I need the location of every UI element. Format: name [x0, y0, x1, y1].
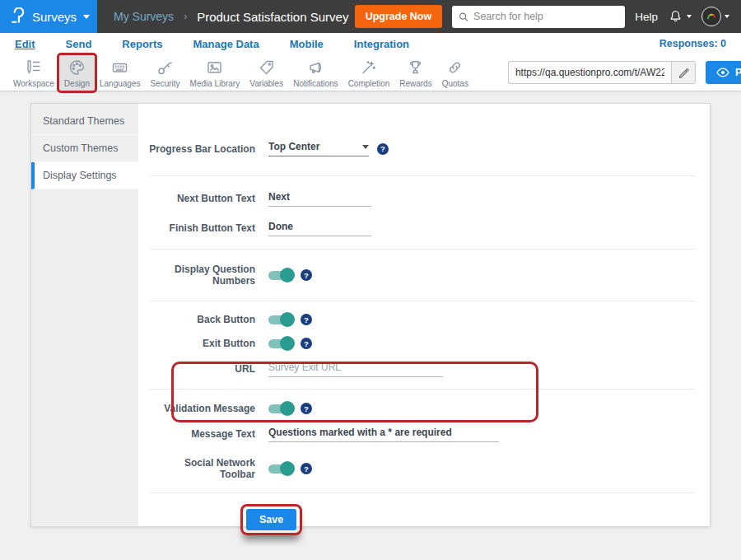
notifications-bell-button[interactable]	[668, 9, 692, 25]
next-button-text-label: Next Button Text	[147, 193, 268, 204]
toolbar-variables[interactable]: Variables	[245, 55, 288, 91]
save-button[interactable]: Save	[246, 509, 296, 530]
help-icon[interactable]	[301, 463, 312, 474]
nav-mobile[interactable]: Mobile	[290, 38, 324, 50]
message-text-label: Message Text	[147, 428, 268, 440]
finish-button-text-row: Finish Button Text	[147, 219, 698, 236]
help-icon[interactable]	[301, 314, 312, 325]
preview-button[interactable]: Preview	[706, 61, 741, 84]
eye-icon	[716, 68, 729, 77]
security-key-icon	[155, 58, 175, 77]
display-question-numbers-label: Display Question Numbers	[147, 264, 268, 287]
chevron-down-icon	[725, 15, 729, 18]
breadcrumb: My Surveys › Product Satisfaction Survey	[114, 10, 348, 24]
account-menu[interactable]	[701, 7, 729, 26]
media-library-icon	[204, 58, 225, 77]
design-palette-icon	[67, 58, 87, 77]
upgrade-now-button[interactable]: Upgrade Now	[355, 5, 443, 28]
workspace-icon	[23, 58, 44, 77]
divider	[150, 389, 695, 390]
page-body: Standard Themes Custom Themes Display Se…	[0, 91, 741, 527]
progress-bar-location-select[interactable]: Top Center	[268, 141, 369, 156]
themes-sidebar: Standard Themes Custom Themes Display Se…	[31, 104, 138, 526]
exit-url-input[interactable]	[268, 360, 443, 377]
exit-button-label: Exit Button	[147, 338, 268, 349]
finish-button-text-input[interactable]	[268, 219, 371, 236]
back-button-row: Back Button	[147, 314, 698, 325]
finish-button-text-label: Finish Button Text	[147, 222, 268, 234]
next-button-text-input[interactable]	[268, 189, 371, 207]
social-network-toolbar-toggle[interactable]	[268, 464, 292, 474]
design-toolbar: Workspace Design Languages Security Medi…	[0, 54, 741, 91]
exit-button-row: Exit Button	[147, 338, 698, 349]
divider	[150, 492, 695, 493]
chevron-down-icon	[362, 145, 369, 149]
toolbar-quotas[interactable]: Quotas	[437, 55, 473, 91]
breadcrumb-separator: ›	[184, 11, 187, 22]
validation-message-row: Validation Message	[147, 403, 698, 414]
survey-url-group	[508, 61, 696, 84]
search-icon	[459, 12, 468, 22]
progress-bar-location-row: Progress Bar Location Top Center	[147, 141, 698, 156]
back-button-toggle[interactable]	[268, 315, 292, 324]
exit-url-row: URL	[147, 360, 698, 377]
chevron-down-icon	[687, 15, 692, 18]
validation-message-label: Validation Message	[147, 403, 268, 414]
brand-label: Surveys	[32, 10, 77, 24]
help-icon[interactable]	[301, 269, 312, 281]
responses-count[interactable]: Responses: 0	[659, 38, 726, 49]
quotas-link-icon	[445, 58, 465, 77]
chevron-down-icon	[83, 15, 90, 19]
survey-menu-bar: Edit Send Reports Manage Data Mobile Int…	[0, 33, 741, 54]
social-network-toolbar-label: Social Network Toolbar	[147, 457, 268, 480]
toolbar-notifications[interactable]: Notifications	[288, 55, 343, 91]
message-text-input[interactable]	[268, 425, 499, 442]
toolbar-workspace[interactable]: Workspace	[8, 55, 59, 91]
message-text-row: Message Text	[147, 425, 698, 442]
toolbar-design[interactable]: Design	[59, 55, 95, 91]
sidebar-item-custom-themes[interactable]: Custom Themes	[31, 135, 138, 162]
nav-send[interactable]: Send	[66, 38, 92, 50]
notifications-megaphone-icon	[305, 58, 326, 77]
sidebar-item-display-settings[interactable]: Display Settings	[31, 162, 138, 189]
nav-manage-data[interactable]: Manage Data	[193, 38, 259, 50]
toolbar-languages[interactable]: Languages	[95, 55, 146, 91]
nav-integration[interactable]: Integration	[354, 38, 409, 50]
edit-url-button[interactable]	[671, 61, 696, 84]
social-network-toolbar-row: Social Network Toolbar	[147, 457, 698, 480]
design-settings-panel: Standard Themes Custom Themes Display Se…	[30, 103, 711, 527]
completion-wand-icon	[358, 58, 379, 77]
nav-edit[interactable]: Edit	[15, 38, 35, 50]
breadcrumb-my-surveys[interactable]: My Surveys	[114, 10, 174, 23]
help-search[interactable]	[452, 6, 625, 28]
next-button-text-row: Next Button Text	[147, 189, 698, 207]
help-search-input[interactable]	[473, 11, 618, 22]
page-title: Product Satisfaction Survey	[197, 10, 348, 24]
help-icon[interactable]	[301, 403, 312, 414]
sidebar-item-standard-themes[interactable]: Standard Themes	[31, 108, 138, 135]
avatar	[701, 7, 721, 26]
display-settings-form: Progress Bar Location Top Center Next Bu…	[138, 104, 710, 526]
toolbar-completion[interactable]: Completion	[343, 55, 395, 91]
rewards-trophy-icon	[405, 58, 426, 77]
toolbar-media-library[interactable]: Media Library	[185, 55, 245, 91]
bell-icon	[668, 9, 683, 25]
toolbar-rewards[interactable]: Rewards	[394, 55, 436, 91]
display-question-numbers-toggle[interactable]	[268, 271, 292, 280]
validation-message-toggle[interactable]	[268, 404, 292, 413]
help-icon[interactable]	[301, 338, 312, 349]
display-question-numbers-row: Display Question Numbers	[147, 264, 698, 287]
surveys-menu[interactable]: Surveys	[0, 0, 97, 33]
toolbar-security[interactable]: Security	[145, 55, 184, 91]
variables-tag-icon	[256, 58, 277, 77]
divider	[150, 301, 695, 301]
pencil-icon	[678, 67, 689, 78]
help-icon[interactable]	[377, 143, 389, 155]
save-row: Save	[240, 504, 698, 535]
exit-url-label: URL	[147, 363, 268, 375]
divider	[150, 249, 695, 250]
survey-url-input[interactable]	[508, 61, 671, 84]
nav-reports[interactable]: Reports	[122, 38, 162, 50]
exit-button-toggle[interactable]	[268, 339, 292, 348]
help-link[interactable]: Help	[635, 11, 658, 23]
